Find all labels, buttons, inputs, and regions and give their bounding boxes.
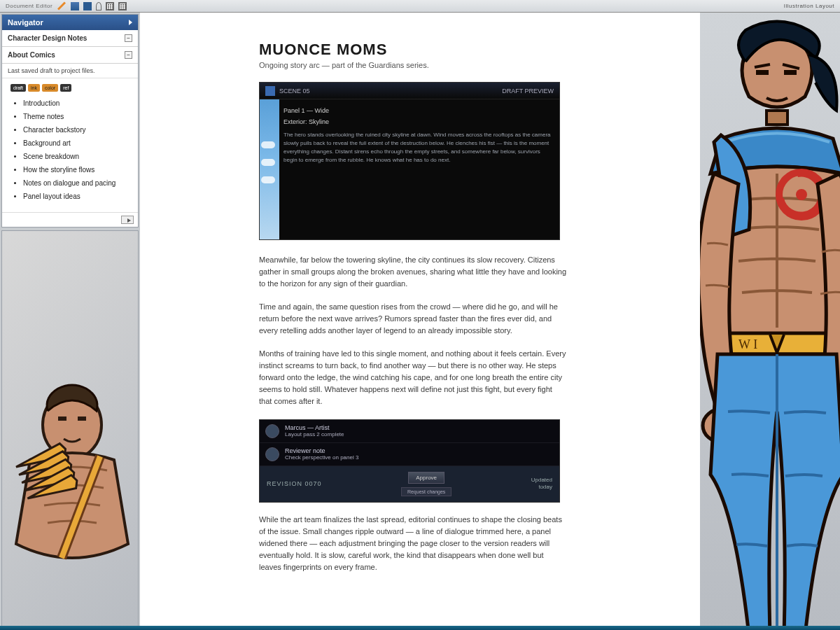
list-item[interactable]: Panel layout ideas: [23, 190, 130, 202]
edit-icon[interactable]: [57, 1, 66, 10]
updated-value: today: [531, 484, 552, 491]
svg-rect-2: [78, 416, 86, 421]
review-name: Marcus — Artist: [285, 424, 344, 431]
avatar-icon: [265, 447, 279, 461]
review-sub: Check perspective on panel 3: [285, 454, 358, 461]
tag-row: draft ink color ref: [10, 84, 130, 92]
article-paragraph: Meanwhile, far below the towering skylin…: [259, 254, 567, 290]
revision-label: REVISION 0070: [267, 480, 322, 487]
chevron-right-icon: [129, 20, 132, 25]
svg-rect-4: [784, 70, 797, 75]
list-item[interactable]: Scene breakdown: [23, 150, 130, 162]
list-item[interactable]: Theme notes: [23, 111, 130, 122]
article-paragraph: While the art team finalizes the last sp…: [259, 514, 567, 573]
article-subtitle: Ongoing story arc — part of the Guardian…: [259, 61, 665, 69]
panel-footer: [2, 212, 138, 227]
expand-icon[interactable]: −: [125, 34, 132, 42]
panel-row[interactable]: About Comics −: [2, 47, 138, 64]
svg-rect-5: [766, 111, 788, 125]
app-toolbar: Document Editor Illustration Layout: [0, 0, 840, 13]
right-hero-illustration: W I: [700, 13, 840, 630]
next-icon[interactable]: [121, 216, 134, 224]
expand-icon[interactable]: −: [125, 51, 132, 59]
tag[interactable]: draft: [10, 84, 26, 92]
left-hero-illustration: [1, 230, 139, 629]
table-icon[interactable]: [118, 2, 127, 10]
list-item[interactable]: Introduction: [23, 97, 130, 109]
review-row[interactable]: Reviewer note Check perspective on panel…: [260, 443, 559, 466]
panel-row[interactable]: Character Design Notes −: [2, 30, 138, 47]
panel-header[interactable]: Navigator: [2, 15, 138, 30]
embed-top-left: SCENE 05: [279, 88, 310, 94]
review-row[interactable]: Marcus — Artist Layout pass 2 complete: [260, 420, 559, 443]
avatar-icon: [265, 424, 279, 438]
article-paragraph: Months of training have led to this sing…: [259, 348, 567, 407]
save-icon[interactable]: [83, 2, 92, 10]
embed-line: Panel 1 — Wide: [284, 106, 551, 116]
review-sub: Layout pass 2 complete: [285, 431, 344, 438]
bottom-accent-bar: [0, 626, 840, 630]
list-item[interactable]: Background art: [23, 137, 130, 149]
svg-rect-1: [58, 416, 66, 421]
tag[interactable]: ref: [60, 84, 71, 92]
embed-top-right: DRAFT PREVIEW: [502, 88, 554, 94]
toolbar-right-label: Illustration Layout: [784, 3, 834, 9]
tag[interactable]: color: [42, 84, 58, 92]
review-embed: Marcus — Artist Layout pass 2 complete R…: [259, 419, 560, 503]
review-name: Reviewer note: [285, 447, 358, 454]
belt-text: W I: [738, 337, 757, 351]
svg-point-7: [796, 189, 807, 200]
attachment-icon[interactable]: [96, 2, 102, 10]
request-changes-button[interactable]: Request changes: [401, 487, 451, 496]
scene-icon: [265, 86, 275, 96]
panel-subtext: Last saved draft to project files.: [2, 64, 138, 78]
panel-title: Navigator: [8, 18, 43, 27]
row-label: About Comics: [8, 51, 55, 59]
app-label: Document Editor: [6, 3, 52, 9]
embed-line: Exterior: Skyline: [284, 118, 551, 127]
layout-icon[interactable]: [106, 2, 114, 10]
article-title: MUONCE MOMS: [259, 41, 665, 59]
article-paragraph: Time and again, the same question rises …: [259, 301, 567, 337]
list-item[interactable]: Character backstory: [23, 124, 130, 136]
document-icon[interactable]: [71, 2, 79, 10]
list-item[interactable]: Notes on dialogue and pacing: [23, 177, 130, 189]
embed-body-text: The hero stands overlooking the ruined c…: [284, 131, 551, 164]
approve-button[interactable]: Approve: [408, 472, 444, 484]
sidebar: Navigator Character Design Notes − About…: [0, 13, 140, 630]
updated-label: Updated: [531, 477, 552, 484]
scene-preview-embed: SCENE 05 DRAFT PREVIEW Panel 1 — Wide Ex…: [259, 82, 560, 240]
row-label: Character Design Notes: [8, 34, 87, 42]
article-main: MUONCE MOMS Ongoing story arc — part of …: [140, 13, 700, 630]
svg-rect-3: [756, 70, 769, 75]
tag[interactable]: ink: [28, 84, 40, 92]
list-item[interactable]: How the storyline flows: [23, 164, 130, 176]
navigator-panel: Navigator Character Design Notes − About…: [1, 14, 139, 227]
outline-list: Introduction Theme notes Character backs…: [10, 97, 130, 202]
